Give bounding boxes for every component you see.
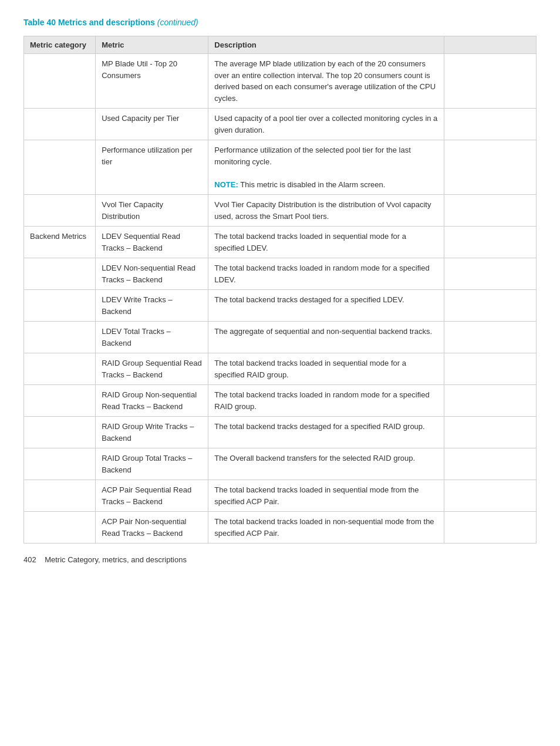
cell-extra bbox=[444, 290, 536, 322]
cell-category bbox=[24, 258, 96, 290]
table-title: Metrics and descriptions bbox=[58, 18, 155, 27]
description-text: The aggregate of sequential and non-sequ… bbox=[214, 327, 432, 336]
cell-extra bbox=[444, 258, 536, 290]
cell-extra bbox=[444, 195, 536, 227]
description-text: The total backend tracks destaged for a … bbox=[214, 422, 424, 431]
cell-metric: RAID Group Write Tracks – Backend bbox=[96, 417, 208, 448]
table-row: Used Capacity per TierUsed capacity of a… bbox=[24, 109, 537, 140]
description-text: The total backend tracks loaded in seque… bbox=[214, 359, 406, 379]
description-text: The total backend tracks loaded in non-s… bbox=[214, 517, 434, 538]
cell-extra bbox=[444, 385, 536, 417]
table-row: Vvol Tier Capacity DistributionVvol Tier… bbox=[24, 195, 537, 227]
cell-extra bbox=[444, 322, 536, 353]
cell-metric: Performance utilization per tier bbox=[96, 140, 208, 195]
page-heading: Table 40 Metrics and descriptions (conti… bbox=[23, 18, 537, 27]
col-header-extra bbox=[444, 36, 536, 54]
footer-text: Metric Category, metrics, and descriptio… bbox=[45, 555, 187, 564]
cell-description: The total backend tracks destaged for a … bbox=[208, 417, 444, 448]
cell-extra bbox=[444, 417, 536, 448]
cell-category bbox=[24, 322, 96, 353]
cell-metric: RAID Group Total Tracks – Backend bbox=[96, 448, 208, 480]
cell-metric: ACP Pair Non-sequential Read Tracks – Ba… bbox=[96, 512, 208, 544]
col-header-category: Metric category bbox=[24, 36, 96, 54]
cell-category bbox=[24, 140, 96, 195]
description-text: Used capacity of a pool tier over a coll… bbox=[214, 114, 437, 134]
cell-metric: Vvol Tier Capacity Distribution bbox=[96, 195, 208, 227]
cell-category bbox=[24, 290, 96, 322]
table-row: RAID Group Total Tracks – BackendThe Ove… bbox=[24, 448, 537, 480]
cell-category bbox=[24, 195, 96, 227]
cell-description: The total backend tracks loaded in non-s… bbox=[208, 512, 444, 544]
cell-extra bbox=[444, 353, 536, 385]
cell-metric: RAID Group Non-sequential Read Tracks – … bbox=[96, 385, 208, 417]
cell-description: The aggregate of sequential and non-sequ… bbox=[208, 322, 444, 353]
cell-extra bbox=[444, 227, 536, 258]
cell-description: The total backend tracks destaged for a … bbox=[208, 290, 444, 322]
cell-description: The total backend tracks loaded in rando… bbox=[208, 258, 444, 290]
description-text: The total backend tracks loaded in rando… bbox=[214, 390, 429, 411]
cell-metric: RAID Group Sequential Read Tracks – Back… bbox=[96, 353, 208, 385]
cell-category: Backend Metrics bbox=[24, 227, 96, 258]
description-text: Performance utilization of the selected … bbox=[214, 146, 411, 166]
metrics-table: Metric category Metric Description MP Bl… bbox=[23, 36, 537, 544]
cell-description: The average MP blade utilization by each… bbox=[208, 54, 444, 109]
cell-category bbox=[24, 512, 96, 544]
table-row: RAID Group Sequential Read Tracks – Back… bbox=[24, 353, 537, 385]
cell-category bbox=[24, 480, 96, 512]
table-header-row: Metric category Metric Description bbox=[24, 36, 537, 54]
cell-description: Used capacity of a pool tier over a coll… bbox=[208, 109, 444, 140]
cell-metric: LDEV Non-sequential Read Tracks – Backen… bbox=[96, 258, 208, 290]
table-row: Performance utilization per tierPerforma… bbox=[24, 140, 537, 195]
description-text: The total backend tracks loaded in seque… bbox=[214, 485, 419, 506]
table-row: LDEV Non-sequential Read Tracks – Backen… bbox=[24, 258, 537, 290]
table-row: RAID Group Write Tracks – BackendThe tot… bbox=[24, 417, 537, 448]
cell-metric: Used Capacity per Tier bbox=[96, 109, 208, 140]
description-text: The average MP blade utilization by each… bbox=[214, 59, 436, 103]
description-text: The total backend tracks destaged for a … bbox=[214, 295, 404, 304]
table-number: Table 40 bbox=[23, 18, 56, 27]
cell-description: The total backend tracks loaded in seque… bbox=[208, 227, 444, 258]
table-row: LDEV Total Tracks – BackendThe aggregate… bbox=[24, 322, 537, 353]
table-row: Backend MetricsLDEV Sequential Read Trac… bbox=[24, 227, 537, 258]
description-text: Vvol Tier Capacity Distribution is the d… bbox=[214, 200, 431, 221]
page-footer: 402 Metric Category, metrics, and descri… bbox=[23, 555, 537, 564]
col-header-metric: Metric bbox=[96, 36, 208, 54]
table-row: MP Blade Util - Top 20 ConsumersThe aver… bbox=[24, 54, 537, 109]
cell-description: The Overall backend transfers for the se… bbox=[208, 448, 444, 480]
cell-extra bbox=[444, 54, 536, 109]
note-text: This metric is disabled in the Alarm scr… bbox=[240, 180, 385, 189]
cell-metric: MP Blade Util - Top 20 Consumers bbox=[96, 54, 208, 109]
cell-extra bbox=[444, 140, 536, 195]
cell-extra bbox=[444, 448, 536, 480]
description-text: The Overall backend transfers for the se… bbox=[214, 454, 415, 463]
cell-metric: ACP Pair Sequential Read Tracks – Backen… bbox=[96, 480, 208, 512]
cell-description: Vvol Tier Capacity Distribution is the d… bbox=[208, 195, 444, 227]
cell-category bbox=[24, 385, 96, 417]
cell-category bbox=[24, 417, 96, 448]
description-text: The total backend tracks loaded in seque… bbox=[214, 232, 406, 252]
cell-description: The total backend tracks loaded in seque… bbox=[208, 480, 444, 512]
table-row: ACP Pair Non-sequential Read Tracks – Ba… bbox=[24, 512, 537, 544]
cell-category bbox=[24, 54, 96, 109]
table-row: RAID Group Non-sequential Read Tracks – … bbox=[24, 385, 537, 417]
cell-category bbox=[24, 448, 96, 480]
table-continued: (continued) bbox=[157, 18, 198, 27]
cell-metric: LDEV Total Tracks – Backend bbox=[96, 322, 208, 353]
cell-extra bbox=[444, 109, 536, 140]
description-text: The total backend tracks loaded in rando… bbox=[214, 264, 429, 284]
col-header-description: Description bbox=[208, 36, 444, 54]
cell-extra bbox=[444, 480, 536, 512]
cell-metric: LDEV Write Tracks – Backend bbox=[96, 290, 208, 322]
cell-category bbox=[24, 353, 96, 385]
cell-description: The total backend tracks loaded in rando… bbox=[208, 385, 444, 417]
table-row: ACP Pair Sequential Read Tracks – Backen… bbox=[24, 480, 537, 512]
table-row: LDEV Write Tracks – BackendThe total bac… bbox=[24, 290, 537, 322]
note-container: NOTE: This metric is disabled in the Ala… bbox=[214, 180, 385, 189]
cell-category bbox=[24, 109, 96, 140]
cell-description: The total backend tracks loaded in seque… bbox=[208, 353, 444, 385]
cell-description: Performance utilization of the selected … bbox=[208, 140, 444, 195]
cell-metric: LDEV Sequential Read Tracks – Backend bbox=[96, 227, 208, 258]
note-label: NOTE: bbox=[214, 180, 240, 189]
page-number: 402 bbox=[23, 555, 36, 564]
cell-extra bbox=[444, 512, 536, 544]
